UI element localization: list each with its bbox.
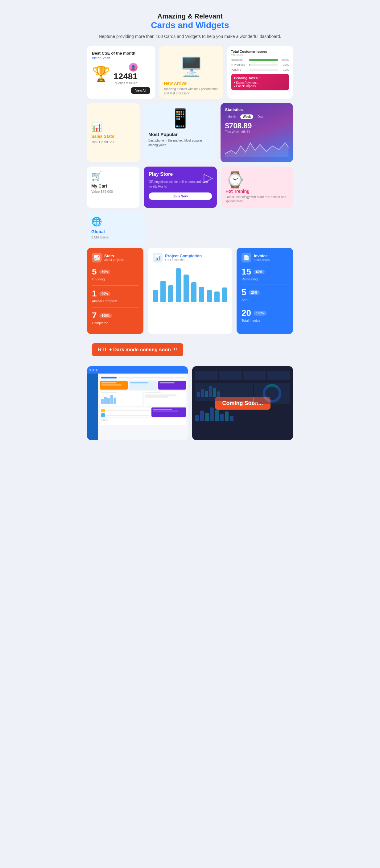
inv-number: 15 80% [242,267,288,277]
cart-title: My Cart [91,184,135,188]
card-project-completion: 📊 Project Completion Last 8 months [148,248,232,334]
inv-label: Total Invoice [242,319,288,322]
issue-bar-bg [249,64,278,66]
row-4: 🌐 Global 2.5M Users [82,212,298,248]
row-1: Best CSE of the month Victor Smith 🏆 👤 1… [82,46,298,103]
issue-label: In Progress [231,63,247,66]
trophy-icon: 🏆 [92,65,110,83]
inv-divider [242,305,288,305]
bar-fill [176,268,181,302]
bar-fill [199,287,204,302]
issue-row: Resolved 80000 [231,58,289,61]
ldm-dot-1 [90,369,91,371]
tab-month[interactable]: Month [225,115,239,119]
invoice-stat: 15 80% Remaining [242,267,288,281]
pending-tax-item: Check Imports [234,85,286,88]
stats-project-stat: 1 90% Almost Complete [92,289,138,303]
bar-column [153,290,158,302]
card-stats-projects: 📈 Stats about projects 5 30% Ongoing 1 9… [87,248,144,334]
row-2: 📊 Sales Stats 70% Up for '20 📱 Most Popu… [82,103,298,166]
rtl-banner: RTL + Dark mode coming soon !!! [92,343,183,356]
stats-projects-subtitle: about projects [104,258,124,261]
bar-column [168,285,173,302]
global-title: Global [91,229,141,234]
cse-sub: queries resolved [115,82,137,85]
new-arrival-title: New Arrival [164,81,218,86]
bar-fill [222,287,227,302]
header-subtitle: Cards and Widgets [88,20,292,30]
statistics-title: Statistics [225,107,289,112]
stats-projects-icon: 📈 [92,253,102,262]
playstore-desc: Offering discounts for online store and … [149,180,212,189]
hot-trending-desc: Latest technology with heart rate sensor… [225,195,289,204]
bar-chart [153,267,227,304]
issue-bar-fill [249,64,250,66]
tab-day[interactable]: Day [255,115,265,119]
issue-bars-container: Resolved 80000 In Progress 3000 Pending … [231,58,289,71]
bar-column [184,275,189,302]
pending-taxes-card: Pending Taxes ! Sales PaymentsCheck Impo… [231,74,289,90]
ldm-sidebar [87,374,98,440]
header-description: Neptune providing more than 100 Cards an… [88,33,292,40]
card-invoice: 📄 Invoice about sales 15 80% Remaining 5… [236,248,293,334]
pending-taxes-title: Pending Taxes ! [234,76,286,80]
stats-project-stat: 5 30% Ongoing [92,267,138,281]
ldm-dot-3 [96,369,97,371]
cse-number: 12481 [114,71,137,82]
sp-number: 7 100% [92,311,138,320]
issue-bar-fill [249,59,278,61]
view-all-button[interactable]: View All [131,87,151,94]
card-phone: 📱 Most Popular Best phone in the market.… [144,103,217,162]
playstore-logo-icon: ▷ [203,170,213,184]
project-completion-icon: 📊 [153,253,163,262]
computer-icon: 🖥️ [180,56,203,78]
page-header: Amazing & Relevant Cards and Widgets Nep… [82,0,298,46]
watch-icon: ⌚ [225,171,245,189]
inv-badge: 100% [254,311,266,315]
stats-amount: $708.89 ↑ [225,122,289,130]
row-3: 🛒 My Cart Value $89,000 ▷ Play Store Off… [82,166,298,212]
row-5: 📈 Stats about projects 5 30% Ongoing 1 9… [82,248,298,338]
inv-label: Remaining [242,277,288,281]
issue-value: 1000 [280,68,289,71]
inv-divider [242,284,288,284]
invoice-subtitle: about sales [254,258,270,261]
bar-fill [153,290,158,302]
issue-row: In Progress 3000 [231,63,289,66]
dashboard-light-preview: $ 7692 [87,366,188,440]
inv-number: 5 20% [242,287,288,297]
bar-column [176,268,181,302]
sp-label: Completed [92,321,138,325]
dashboard-dark-preview: Coming Soon... [192,366,293,440]
bar-fill [214,291,220,302]
cse-title: Best CSE of the month [92,51,150,56]
card-cart: 🛒 My Cart Value $89,000 [87,166,139,208]
cart-icon: 🛒 [91,171,135,181]
issue-row: Pending 1000 [231,68,289,71]
card-hot-trending: ⌚ Hot Trening Latest technology with hea… [221,166,293,208]
card-playstore: ▷ Play Store Offering discounts for onli… [144,166,217,208]
customer-issues-year: Year 2020 [231,53,289,57]
stats-projects-stats: 5 30% Ongoing 1 90% Almost Complete 7 10… [92,267,138,325]
bar-column [199,287,204,302]
bar-fill [160,281,166,302]
phone-desc: Best phone in the market. Most popular a… [148,138,212,148]
playstore-join-button[interactable]: Join Now [149,192,212,200]
card-cse: Best CSE of the month Victor Smith 🏆 👤 1… [87,46,155,99]
inv-number: 20 100% [242,308,288,318]
phone-icon: 📱 [169,107,192,129]
tab-week[interactable]: Week [240,115,253,119]
sp-badge: 90% [99,291,110,296]
bar-column [191,282,196,302]
invoice-icon: 📄 [242,253,251,262]
hot-trending-title: Hot Trening [225,189,250,194]
new-arrival-desc: Amazing product with max performance and… [164,87,218,96]
issue-bar-bg [249,69,278,71]
bar-column [214,291,220,302]
sp-badge: 30% [99,270,110,274]
sales-title: Sales Stats [91,134,135,139]
invoice-stats: 15 80% Remaining 5 20% Sent 20 100% Tota… [242,267,288,322]
invoice-title: Invoice [254,253,270,258]
sp-number: 5 30% [92,267,138,277]
cse-name: Victor Smith [92,56,150,60]
